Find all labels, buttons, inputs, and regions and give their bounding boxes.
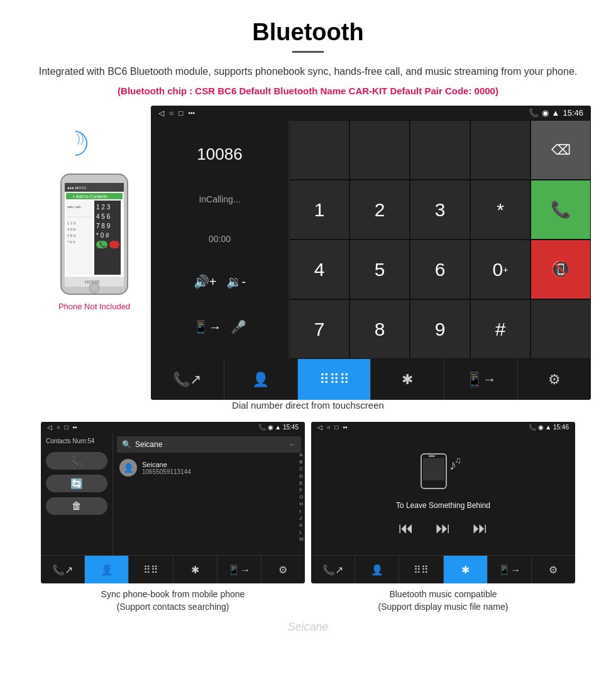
call-contact-button[interactable]: 📞 (46, 452, 107, 470)
phone-image: ●●● MOTO + Add to Contacts 1 2 3 4 5 6 7… (60, 173, 129, 295)
call-accept-button[interactable]: 📞 (531, 180, 591, 240)
dial-key-4[interactable]: 4 (289, 240, 349, 299)
music-toolbar-call[interactable]: 📞↗ (311, 556, 355, 583)
mic-icon[interactable]: 🎤 (231, 319, 246, 334)
svg-rect-27 (423, 458, 444, 480)
alphabet-list: ABCDE FGHIJ KLM (299, 451, 304, 543)
contacts-toolbar-contacts[interactable]: 👤 (85, 556, 129, 583)
svg-rect-15 (109, 241, 119, 248)
backspace-search-icon: ← (289, 440, 296, 449)
page-header: Bluetooth Integrated with BC6 Bluetooth … (0, 0, 616, 106)
dial-key-5[interactable]: 5 (349, 240, 410, 299)
toolbar-call-button[interactable]: 📞↗ (151, 359, 224, 400)
music-status-right: 📞 ◉ ▲ 15:46 (529, 424, 569, 431)
contacts-content: Contacts Num:54 📞 🔄 🗑 🔍 Seicane ← 👤 Seic… (41, 433, 305, 555)
dial-key-hash[interactable]: # (470, 299, 531, 359)
signal-bars-icon: ▪▪▪ (189, 109, 195, 116)
dial-caption: Dial number direct from touchscreen (0, 400, 616, 411)
svg-rect-28 (429, 455, 435, 457)
music-back-icon: ◁ (317, 424, 322, 431)
next-chapter-button[interactable]: ⏭ (436, 519, 451, 537)
music-caption-line1: Bluetooth music compatible (389, 589, 497, 599)
call-timer: 00:00 (209, 234, 231, 244)
svg-text:)): )) (77, 132, 84, 145)
dial-key-empty1 (289, 120, 349, 180)
dial-keypad: ⌫ 1 2 3 * 📞 4 5 6 0+ 📵 7 8 9 (289, 120, 591, 359)
dial-key-3[interactable]: 3 (410, 180, 470, 240)
music-toolbar: 📞↗ 👤 ⠿⠿ ✱ 📱→ ⚙ (311, 555, 575, 583)
contact-number: 10655059113144 (142, 468, 191, 475)
dial-number: 10086 (197, 145, 242, 164)
contacts-toolbar-call[interactable]: 📞↗ (41, 556, 85, 583)
dial-key-7[interactable]: 7 (289, 299, 349, 359)
dial-key-1[interactable]: 1 (289, 180, 349, 240)
dial-key-9[interactable]: 9 (410, 299, 470, 359)
contacts-action-panel: Contacts Num:54 📞 🔄 🗑 (41, 433, 113, 555)
contact-avatar: 👤 (119, 459, 137, 477)
toolbar-transfer-button[interactable]: 📱→ (444, 359, 518, 400)
location-icon: ◉ (542, 108, 549, 118)
music-toolbar-settings[interactable]: ⚙ (532, 556, 575, 583)
music-controls: ⏮ ⏭ ⏭ (399, 519, 488, 537)
contacts-caption-line2: (Support contacts searching) (117, 602, 229, 612)
dial-key-0plus[interactable]: 0+ (470, 240, 531, 299)
music-content: ♪ ♫ To Leave Something Behind ⏮ ⏭ ⏭ (311, 433, 575, 555)
vol-down-icon[interactable]: 🔉- (226, 274, 246, 289)
music-artwork: ♪ ♫ (418, 451, 468, 492)
contacts-toolbar-bluetooth[interactable]: ✱ (173, 556, 217, 583)
svg-text:1 2 3: 1 2 3 (67, 221, 76, 225)
svg-text:7  8  9: 7 8 9 (96, 223, 111, 229)
music-status-bar: ◁ ○ □ ▪▪ 📞 ◉ ▲ 15:46 (311, 422, 575, 433)
delete-contact-button[interactable]: 🗑 (46, 497, 107, 515)
calling-label: InCalling... (199, 194, 240, 204)
music-toolbar-bluetooth[interactable]: ✱ (444, 556, 488, 583)
contacts-toolbar-settings[interactable]: ⚙ (261, 556, 305, 583)
prev-track-button[interactable]: ⏮ (399, 519, 414, 537)
svg-text:📞: 📞 (99, 241, 106, 248)
brand-watermark: Seicane (0, 621, 616, 634)
contacts-back-icon: ◁ (47, 424, 52, 431)
dial-key-2[interactable]: 2 (349, 180, 410, 240)
music-caption: Bluetooth music compatible (Support disp… (311, 588, 575, 613)
dial-key-6[interactable]: 6 (410, 240, 470, 299)
music-icon-area: ♪ ♫ (418, 451, 468, 492)
contacts-toolbar-dialpad[interactable]: ⠿⠿ (129, 556, 173, 583)
vol-up-icon[interactable]: 🔊+ (194, 274, 217, 289)
dial-screen-area: ◁ ○ □ ▪▪▪ 📞 ◉ ▲ 15:46 10086 InCalling... (151, 106, 591, 400)
music-square-icon: □ (335, 424, 339, 431)
transfer-icon[interactable]: 📱→ (193, 319, 221, 334)
dial-status-bar: ◁ ○ □ ▪▪▪ 📞 ◉ ▲ 15:46 (151, 106, 591, 120)
toolbar-dialpad-button[interactable]: ⠿⠿⠿ (298, 359, 371, 400)
next-track-button[interactable]: ⏭ (473, 519, 488, 537)
call-end-button[interactable]: 📵 (531, 240, 591, 299)
svg-text:4 5 6: 4 5 6 (67, 228, 76, 231)
toolbar-settings-button[interactable]: ⚙ (518, 359, 591, 400)
contacts-toolbar-transfer[interactable]: 📱→ (217, 556, 261, 583)
contacts-caption: Sync phone-book from mobile phone (Suppo… (41, 588, 305, 613)
svg-rect-16 (66, 201, 92, 275)
contacts-circle-icon: ○ (57, 424, 60, 431)
dial-status-right: 📞 ◉ ▲ 15:46 (529, 108, 583, 118)
svg-text:vol+  vol-: vol+ vol- (67, 205, 82, 209)
dial-key-empty5 (531, 299, 591, 359)
music-toolbar-dialpad[interactable]: ⠿⠿ (399, 556, 443, 583)
bottom-captions: Sync phone-book from mobile phone (Suppo… (38, 588, 578, 613)
svg-text:* 0 #: * 0 # (67, 240, 75, 244)
music-signal-icon: ▪▪ (343, 424, 347, 431)
extra-buttons: 📱→ 🎤 (193, 319, 246, 334)
toolbar-bluetooth-button[interactable]: ✱ (371, 359, 444, 400)
dial-key-8[interactable]: 8 (349, 299, 410, 359)
contacts-caption-line1: Sync phone-book from mobile phone (101, 589, 245, 599)
sync-contact-button[interactable]: 🔄 (46, 475, 107, 492)
wifi-icon: ▲ (552, 108, 560, 118)
header-description: Integrated with BC6 Bluetooth module, su… (38, 64, 578, 79)
header-divider (292, 51, 324, 53)
contacts-phone-icon: 📞 (258, 424, 266, 431)
toolbar-contacts-button[interactable]: 👤 (224, 359, 298, 400)
backspace-button[interactable]: ⌫ (531, 120, 591, 180)
dial-key-star[interactable]: * (470, 180, 531, 240)
music-toolbar-contacts[interactable]: 👤 (355, 556, 399, 583)
music-toolbar-transfer[interactable]: 📱→ (488, 556, 532, 583)
dial-toolbar: 📞↗ 👤 ⠿⠿⠿ ✱ 📱→ ⚙ (151, 359, 591, 400)
search-bar[interactable]: 🔍 Seicane ← (117, 436, 301, 453)
